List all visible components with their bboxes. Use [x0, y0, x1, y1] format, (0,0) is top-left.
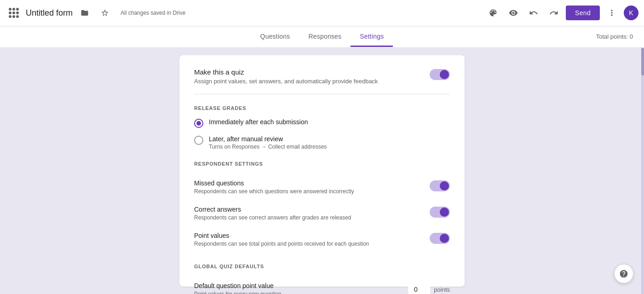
grid-dots-icon — [9, 8, 19, 18]
right-scrollbar[interactable] — [641, 48, 644, 294]
right-scrollbar-thumb — [641, 48, 644, 75]
tab-settings[interactable]: Settings — [351, 27, 393, 47]
redo-icon-button[interactable] — [546, 5, 562, 21]
missed-questions-toggle[interactable] — [430, 180, 450, 191]
quiz-description: Assign point values, set answers, and au… — [194, 78, 378, 85]
missed-questions-track — [430, 180, 450, 191]
total-points: Total points: 0 — [596, 33, 633, 40]
form-title: Untitled form — [26, 8, 73, 18]
radio-later-circle — [194, 136, 203, 145]
correct-answers-toggle[interactable] — [430, 207, 450, 218]
tab-responses[interactable]: Responses — [299, 27, 351, 47]
main-content: Make this a quiz Assign point values, se… — [0, 48, 644, 294]
quiz-toggle[interactable] — [430, 69, 450, 80]
release-grades-section: RELEASE GRADES — [194, 105, 450, 111]
send-button[interactable]: Send — [566, 6, 600, 20]
settings-card: Make this a quiz Assign point values, se… — [179, 55, 465, 287]
missed-questions-row: Missed questions Respondents can see whi… — [194, 174, 450, 200]
avatar[interactable]: K — [624, 6, 638, 20]
autosave-text: All changes saved in Drive — [121, 10, 185, 16]
point-input-group: points — [408, 285, 450, 294]
point-values-track — [430, 233, 450, 244]
points-unit-label: points — [434, 286, 450, 293]
topbar-right: Send K — [485, 5, 638, 21]
correct-answers-thumb — [440, 208, 449, 217]
missed-questions-text: Missed questions Respondents can see whi… — [194, 179, 354, 195]
radio-later-label: Later, after manual review Turns on Resp… — [209, 135, 327, 150]
undo-icon-button[interactable] — [525, 5, 542, 21]
radio-immediately-circle — [194, 119, 203, 128]
correct-answers-text: Correct answers Respondents can see corr… — [194, 206, 351, 221]
point-values-thumb — [440, 234, 449, 243]
point-values-toggle[interactable] — [430, 233, 450, 244]
default-point-row: Default question point value Point value… — [194, 277, 450, 294]
preview-icon-button[interactable] — [505, 5, 522, 21]
palette-icon-button[interactable] — [485, 5, 501, 21]
point-values-row: Point values Respondents can see total p… — [194, 226, 450, 253]
star-icon-button[interactable] — [97, 5, 113, 21]
missed-questions-thumb — [440, 181, 449, 190]
quiz-toggle-track — [430, 69, 450, 80]
radio-later[interactable]: Later, after manual review Turns on Resp… — [194, 135, 450, 150]
topbar-left: Untitled form All changes saved in Drive — [6, 5, 485, 21]
more-options-button[interactable] — [604, 5, 620, 21]
quiz-title: Make this a quiz — [194, 68, 378, 76]
quiz-toggle-row: Make this a quiz Assign point values, se… — [194, 55, 450, 94]
correct-answers-row: Correct answers Respondents can see corr… — [194, 200, 450, 226]
quiz-toggle-thumb — [440, 70, 449, 79]
help-fab[interactable] — [615, 265, 633, 283]
radio-immediately[interactable]: Immediately after each submission — [194, 118, 450, 128]
tab-questions[interactable]: Questions — [251, 27, 299, 47]
correct-answers-track — [430, 207, 450, 218]
topbar: Untitled form All changes saved in Drive… — [0, 0, 644, 26]
folder-icon-button[interactable] — [76, 5, 93, 21]
point-values-text: Point values Respondents can see total p… — [194, 232, 369, 247]
global-quiz-section: GLOBAL QUIZ DEFAULTS — [194, 264, 450, 269]
respondent-settings-section: RESPONDENT SETTINGS — [194, 161, 450, 167]
default-point-input[interactable] — [408, 285, 430, 294]
default-point-text: Default question point value Point value… — [194, 282, 281, 294]
quiz-toggle-text: Make this a quiz Assign point values, se… — [194, 68, 378, 85]
radio-immediately-label: Immediately after each submission — [209, 118, 308, 127]
nav-tabs: Questions Responses Settings Total point… — [0, 26, 644, 48]
app-grid-button[interactable] — [6, 5, 22, 21]
release-grades-radio-group: Immediately after each submission Later,… — [194, 118, 450, 150]
